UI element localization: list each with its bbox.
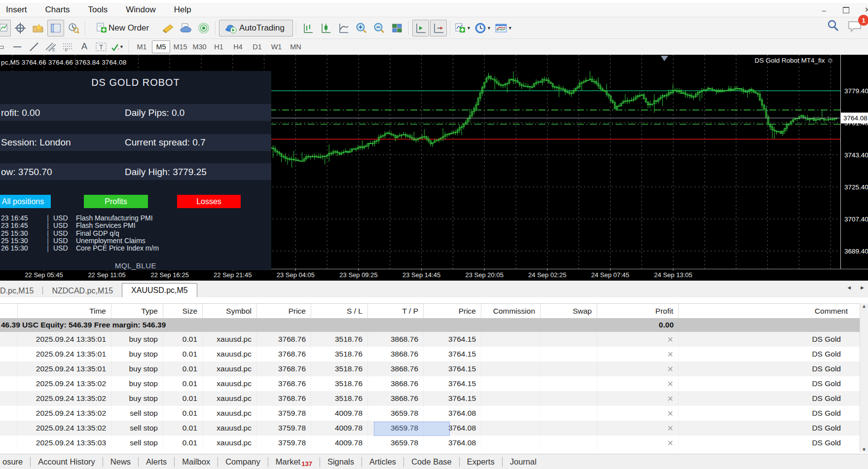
trendline-tool-button[interactable] — [27, 40, 41, 53]
bottom-tab-market[interactable]: Market137 — [268, 457, 320, 467]
tab-scroll-right-button[interactable]: ► — [860, 285, 865, 290]
signals-button[interactable] — [195, 20, 212, 36]
shift-chart-button[interactable] — [412, 20, 429, 36]
cell-3: 0.01 — [163, 361, 203, 376]
order-row-0[interactable]: 2025.09.24 13:35:01buy stop0.01xauusd.pc… — [0, 332, 860, 347]
menu-item-window[interactable]: Window — [125, 5, 156, 15]
order-row-3[interactable]: 2025.09.24 13:35:02buy stop0.01xauusd.pc… — [0, 376, 860, 391]
svg-text:23 Sep 20:05: 23 Sep 20:05 — [466, 271, 504, 279]
bottom-tab-osure[interactable]: osure — [0, 457, 30, 467]
panel-button-losses[interactable]: Losses — [177, 195, 241, 208]
bottom-tab-mailbox[interactable]: Mailbox — [175, 457, 217, 467]
order-row-4[interactable]: 2025.09.24 13:35:02buy stop0.01xauusd.pc… — [0, 391, 860, 406]
bottom-tab-alerts[interactable]: Alerts — [139, 457, 174, 467]
minimize-button[interactable]: – — [817, 4, 832, 16]
timeframe-mn[interactable]: MN — [287, 40, 305, 53]
close-order-button[interactable]: × — [667, 350, 673, 359]
timeframe-w1[interactable]: W1 — [267, 40, 286, 53]
terminal-scrollbar[interactable]: ▲ ▼ — [860, 303, 868, 452]
close-order-button[interactable]: × — [667, 409, 673, 418]
order-row-1[interactable]: 2025.09.24 13:35:01buy stop0.01xauusd.pc… — [0, 347, 860, 361]
market-watch-button[interactable] — [47, 20, 64, 36]
tab-scroll-left-button[interactable]: ◄ — [846, 285, 852, 290]
line-chart-mode-button[interactable] — [335, 20, 352, 36]
bottom-tab-experts[interactable]: Experts — [460, 457, 502, 467]
timeframe-m15[interactable]: M15 — [171, 40, 189, 53]
calendar-currency: USD — [53, 237, 76, 245]
strategy-tester-button[interactable] — [65, 20, 82, 36]
text-tool-button[interactable]: A — [77, 40, 92, 53]
bottom-tab-company[interactable]: Company — [218, 457, 268, 467]
search-button[interactable] — [827, 19, 839, 34]
timeframe-m5[interactable]: M5 — [152, 40, 170, 53]
bottom-tab-articles[interactable]: Articles — [362, 457, 403, 467]
bottom-tab-signals[interactable]: Signals — [320, 457, 362, 467]
profiles-button[interactable] — [30, 20, 46, 36]
panel-button-all-positions[interactable]: All positions — [0, 195, 51, 208]
close-order-button[interactable]: × — [667, 364, 673, 373]
new-order-button[interactable]: New Order — [89, 20, 159, 36]
fibonacci-tool-button[interactable]: F — [60, 40, 75, 53]
horizontal-line-tool-button[interactable]: — — [10, 40, 25, 53]
timeframe-m1[interactable]: M1 — [133, 40, 151, 53]
bottom-tab-account-history[interactable]: Account History — [31, 457, 103, 467]
chart-tab-2[interactable]: XAUUSD.pc,M5 — [122, 283, 197, 297]
close-order-button[interactable]: × — [667, 335, 673, 344]
auto-scroll-button[interactable] — [430, 20, 447, 36]
menu-item-insert[interactable]: Insert — [5, 5, 28, 15]
header-cell-commission: Commission — [481, 304, 541, 319]
panel-button-profits[interactable]: Profits — [84, 195, 148, 208]
strategy-tester-icon — [68, 23, 79, 34]
close-order-button[interactable]: × — [667, 438, 673, 447]
crosshair-button[interactable] — [12, 20, 29, 36]
bottom-tab-news[interactable]: News — [103, 457, 138, 467]
new-chart-button[interactable] — [0, 20, 11, 36]
bottom-tab-journal[interactable]: Journal — [503, 457, 544, 467]
cell-3: 0.01 — [163, 435, 203, 450]
label-tool-button[interactable]: T — [94, 40, 108, 53]
arrows-tool-button[interactable]: ▼ — [110, 40, 125, 53]
close-order-button[interactable]: × — [667, 379, 673, 388]
header-cell-size: Size — [163, 304, 203, 319]
cursor-tool-button[interactable]: ▭ — [0, 40, 8, 53]
mt4-window: InsertChartsToolsWindowHelp – ✕ New Orde… — [0, 0, 868, 469]
order-row-5[interactable]: 2025.09.24 13:35:02sell stop0.01xauusd.p… — [0, 406, 860, 421]
scroll-up-button[interactable]: ▲ — [862, 303, 867, 309]
zoom-out-button[interactable] — [371, 20, 388, 36]
menu-item-charts[interactable]: Charts — [44, 5, 71, 15]
close-button[interactable]: ✕ — [860, 4, 868, 16]
menu-item-help[interactable]: Help — [173, 5, 192, 15]
timeframe-h4[interactable]: H4 — [229, 40, 247, 53]
expert-advisors-button[interactable] — [160, 20, 177, 36]
notifications-button[interactable]: 1 — [847, 19, 864, 35]
chart-tab-1[interactable]: NZDCAD.pc,M15 — [43, 284, 122, 297]
channel-tool-button[interactable]: E — [43, 40, 58, 53]
bottom-tab-code-base[interactable]: Code Base — [404, 457, 459, 467]
bottom-tab-label: Market — [276, 457, 300, 467]
chart-window[interactable]: 3779.403761.403743.403725.403707.403689.… — [0, 55, 868, 281]
indicators-button[interactable]: ▼ — [454, 20, 473, 36]
timeframe-m30[interactable]: M30 — [190, 40, 209, 53]
scripts-button[interactable] — [178, 20, 194, 36]
autotrading-button[interactable]: AutoTrading — [219, 20, 293, 36]
calendar-event: Final GDP q/q — [76, 230, 119, 237]
zoom-in-button[interactable] — [353, 20, 370, 36]
timeframe-h1[interactable]: H1 — [210, 40, 228, 53]
order-row-2[interactable]: 2025.09.24 13:35:01buy stop0.01xauusd.pc… — [0, 361, 860, 376]
close-order-button[interactable]: × — [667, 394, 673, 403]
close-order-button[interactable]: × — [667, 424, 673, 433]
bar-chart-mode-button[interactable] — [300, 20, 317, 36]
timeframe-d1[interactable]: D1 — [248, 40, 266, 53]
periods-button[interactable]: ▼ — [474, 20, 493, 36]
scroll-down-button[interactable]: ▼ — [862, 447, 867, 452]
candlestick-mode-button[interactable] — [318, 20, 334, 36]
menu-item-tools[interactable]: Tools — [87, 5, 109, 15]
chart-tab-0[interactable]: D.pc,M15 — [0, 284, 42, 297]
cell-12: DS Gold — [679, 391, 853, 406]
templates-button[interactable]: ▼ — [494, 20, 514, 36]
order-row-7[interactable]: 2025.09.24 13:35:03sell stop0.01xauusd.p… — [0, 435, 860, 450]
restore-button[interactable] — [838, 4, 853, 16]
calendar-time: 23 16:45 — [1, 215, 42, 222]
tile-windows-button[interactable] — [389, 20, 405, 36]
cell-2: buy stop — [111, 361, 163, 376]
